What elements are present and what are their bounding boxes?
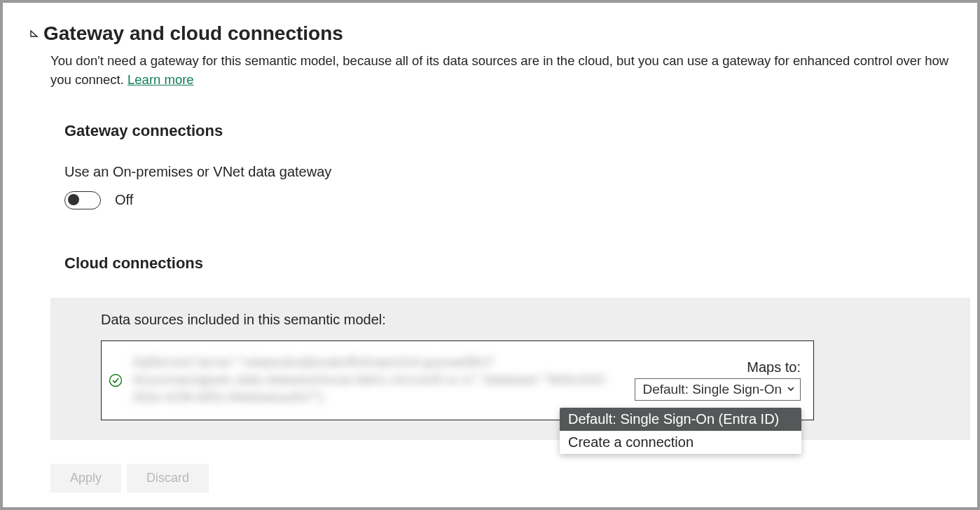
gateway-toggle-state: Off [115,192,133,208]
cloud-section-title: Cloud connections [64,254,970,273]
cloud-connections-section: Cloud connections [64,254,970,273]
maps-to-dropdown: Default: Single Sign-On (Entra ID) Creat… [560,408,801,454]
learn-more-link[interactable]: Learn more [127,72,194,87]
gateway-section-title: Gateway connections [64,122,970,140]
collapse-icon[interactable] [29,29,39,39]
page-title: Gateway and cloud connections [43,22,343,45]
gateway-toggle-label: Use an On-premises or VNet data gateway [64,164,970,180]
maps-to-select[interactable]: Default: Single Sign-On [635,378,801,401]
svg-point-0 [110,374,122,386]
maps-to-label: Maps to: [747,359,801,375]
check-circle-icon [109,373,123,387]
dropdown-option-default-sso[interactable]: Default: Single Sign-On (Entra ID) [560,408,801,431]
page-description: You don't need a gateway for this semant… [50,52,970,90]
gateway-toggle[interactable] [64,191,101,209]
data-sources-caption: Data sources included in this semantic m… [101,312,951,328]
data-sources-panel: Data sources included in this semantic m… [50,298,970,440]
maps-to-selected-value: Default: Single Sign-On [642,382,782,397]
toggle-knob [68,194,79,205]
data-source-row: SqlServer{"server":"xdwpsxbnq5oudenffx4n… [101,340,814,420]
dropdown-option-create-connection[interactable]: Create a connection [560,431,801,454]
apply-button[interactable]: Apply [50,464,121,492]
chevron-down-icon [786,382,796,397]
discard-button[interactable]: Discard [127,464,209,492]
data-source-connection-string: SqlServer{"server":"xdwpsxbnq5oudenffx4n… [132,354,635,407]
gateway-connections-section: Gateway connections Use an On-premises o… [64,122,970,209]
